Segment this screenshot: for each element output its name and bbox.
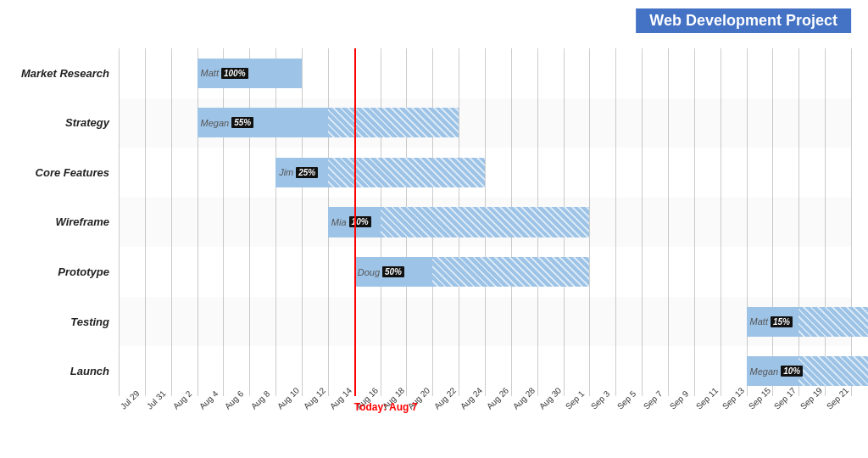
bar-group: Doug50% xyxy=(354,257,590,287)
bar-hatched xyxy=(798,307,868,337)
row-label: Strategy xyxy=(0,98,114,148)
bar-label: Matt15% xyxy=(750,316,793,327)
chart-container: Web Development Project Market ResearchS… xyxy=(0,0,868,458)
row-label: Prototype xyxy=(0,247,114,297)
bar-label: Mia10% xyxy=(331,216,371,227)
chart-title: Web Development Project xyxy=(636,8,851,33)
bar-solid: Matt100% xyxy=(198,59,302,88)
chart-area: Market ResearchStrategyCore FeaturesWire… xyxy=(119,48,851,396)
row-label: Launch xyxy=(0,346,114,396)
person-label: Megan xyxy=(201,118,230,128)
row-label: Core Features xyxy=(0,148,114,198)
bar-hatched xyxy=(328,158,485,187)
bar-hatched xyxy=(328,108,459,137)
bar-label: Doug50% xyxy=(358,266,404,277)
bar-hatched xyxy=(798,356,868,386)
pct-badge: 100% xyxy=(221,68,248,79)
bar-solid: Matt15% xyxy=(747,307,799,337)
pct-badge: 55% xyxy=(231,117,253,128)
x-axis: Jul 29Jul 31Aug 2Aug 4Aug 6Aug 8Aug 10Au… xyxy=(119,398,851,440)
pct-badge: 15% xyxy=(771,316,793,327)
pct-badge: 50% xyxy=(382,266,404,277)
gantt-row: Megan55% xyxy=(119,98,851,148)
person-label: Doug xyxy=(358,267,380,277)
row-label: Market Research xyxy=(0,48,114,98)
pct-badge: 10% xyxy=(349,216,371,227)
person-label: Jim xyxy=(279,167,293,177)
pct-badge: 10% xyxy=(781,366,803,377)
grid-line xyxy=(851,48,852,396)
today-label: Today: Aug 7 xyxy=(354,401,418,413)
row-labels: Market ResearchStrategyCore FeaturesWire… xyxy=(0,48,114,396)
bar-solid: Jim25% xyxy=(275,158,328,187)
gantt-rows: Matt100%Megan55%Jim25%Mia10%Doug50%Matt1… xyxy=(119,48,851,396)
bar-group: Matt15% xyxy=(747,307,868,337)
row-label: Testing xyxy=(0,297,114,347)
person-label: Megan xyxy=(750,366,779,377)
gantt-row: Doug50% xyxy=(119,247,851,297)
bar-label: Jim25% xyxy=(279,167,318,178)
gantt-row: Matt15% xyxy=(119,297,851,347)
gantt-row: Jim25% xyxy=(119,148,851,198)
person-label: Mia xyxy=(331,217,347,227)
person-label: Matt xyxy=(750,316,768,327)
person-label: Matt xyxy=(201,68,219,78)
bar-label: Megan55% xyxy=(201,117,254,128)
bar-hatched xyxy=(432,257,589,287)
bar-label: Megan10% xyxy=(750,366,804,377)
bar-group: Megan10% xyxy=(747,356,868,386)
today-line: Today: Aug 7 xyxy=(354,48,356,396)
bar-group: Matt100% xyxy=(198,59,302,88)
bar-label: Matt100% xyxy=(201,68,248,79)
gantt-row: Matt100% xyxy=(119,48,851,98)
pct-badge: 25% xyxy=(296,167,318,178)
bar-hatched xyxy=(381,207,590,237)
bar-group: Megan55% xyxy=(198,108,459,137)
bar-group: Jim25% xyxy=(275,158,485,187)
row-label: Wireframe xyxy=(0,198,114,248)
gantt-row: Mia10% xyxy=(119,198,851,248)
bar-solid: Megan55% xyxy=(198,108,328,137)
bar-solid: Megan10% xyxy=(747,356,799,386)
bar-group: Mia10% xyxy=(328,207,590,237)
bar-solid: Doug50% xyxy=(354,257,433,287)
